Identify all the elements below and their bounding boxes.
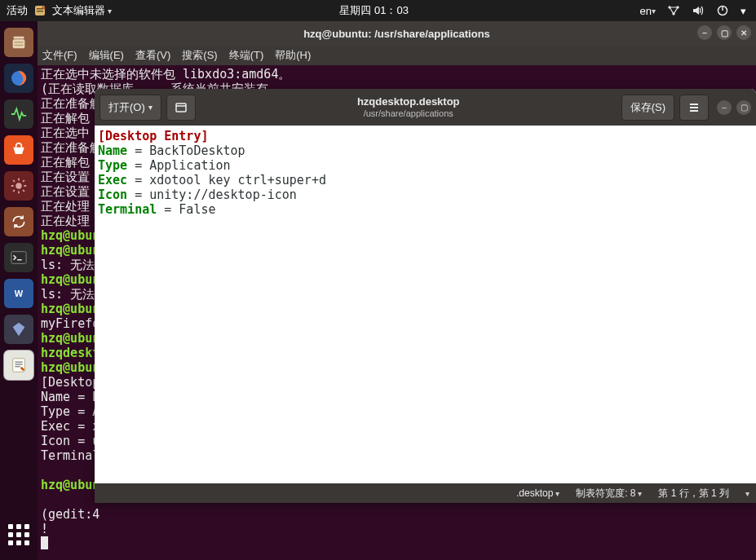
new-tab-icon[interactable] bbox=[166, 95, 196, 121]
svg-rect-9 bbox=[15, 42, 24, 42]
gedit-title: hzqdesktop.desktop /usr/share/applicatio… bbox=[201, 95, 617, 119]
dock-diamond[interactable] bbox=[4, 315, 33, 344]
menu-terminal[interactable]: 终端(T) bbox=[229, 48, 264, 63]
status-extra-dropdown[interactable] bbox=[745, 487, 749, 499]
menu-search[interactable]: 搜索(S) bbox=[182, 48, 217, 63]
status-tab-width[interactable]: 制表符宽度: 8 bbox=[576, 487, 642, 500]
open-button[interactable]: 打开(O) bbox=[99, 95, 161, 121]
maximize-button[interactable]: ▢ bbox=[717, 25, 732, 40]
dock-software[interactable] bbox=[4, 135, 33, 165]
volume-icon[interactable] bbox=[688, 4, 708, 17]
terminal-title-text: hzq@ubuntu: /usr/share/applications bbox=[303, 28, 490, 40]
svg-rect-8 bbox=[13, 39, 25, 48]
menu-view[interactable]: 查看(V) bbox=[135, 48, 170, 63]
menu-edit[interactable]: 编辑(E) bbox=[89, 48, 124, 63]
save-button[interactable]: 保存(S) bbox=[621, 95, 674, 121]
svg-rect-1 bbox=[37, 8, 43, 10]
svg-rect-17 bbox=[15, 361, 22, 362]
menu-file[interactable]: 文件(F) bbox=[42, 48, 77, 63]
top-panel: 活动 文本编辑器 星期四 01：03 en ▾ bbox=[0, 0, 756, 21]
app-menu-icon bbox=[33, 3, 47, 18]
status-language[interactable]: .desktop bbox=[516, 487, 559, 499]
svg-rect-2 bbox=[37, 11, 43, 12]
chevron-down-icon[interactable]: ▾ bbox=[737, 5, 749, 17]
close-button[interactable]: ✕ bbox=[736, 25, 751, 40]
dock: W bbox=[0, 21, 38, 560]
dock-firefox[interactable] bbox=[4, 64, 33, 93]
gedit-maximize-button[interactable]: ▢ bbox=[736, 100, 751, 115]
status-cursor: 第 1 行，第 1 列 bbox=[658, 487, 729, 500]
network-icon[interactable] bbox=[664, 4, 683, 17]
show-applications-button[interactable] bbox=[5, 521, 33, 549]
svg-point-12 bbox=[15, 183, 21, 188]
terminal-cursor bbox=[41, 536, 48, 549]
input-source-indicator[interactable]: en bbox=[637, 5, 659, 17]
menu-help[interactable]: 帮助(H) bbox=[275, 48, 311, 63]
svg-rect-13 bbox=[11, 252, 26, 264]
minimize-button[interactable]: – bbox=[697, 25, 712, 40]
clock[interactable]: 星期四 01：03 bbox=[339, 3, 409, 18]
activities-button[interactable]: 活动 bbox=[7, 3, 28, 18]
dock-word[interactable]: W bbox=[4, 279, 33, 308]
text-editor-window: 打开(O) hzqdesktop.desktop /usr/share/appl… bbox=[95, 89, 756, 503]
svg-rect-19 bbox=[15, 366, 20, 367]
terminal-menubar: 文件(F) 编辑(E) 查看(V) 搜索(S) 终端(T) 帮助(H) bbox=[38, 46, 756, 65]
svg-rect-20 bbox=[176, 104, 186, 112]
svg-rect-10 bbox=[15, 45, 24, 46]
dock-update[interactable] bbox=[4, 207, 33, 236]
app-menu-button[interactable]: 文本编辑器 bbox=[52, 3, 112, 18]
dock-text-editor[interactable] bbox=[4, 351, 33, 380]
dock-files[interactable] bbox=[4, 28, 33, 57]
dock-monitor[interactable] bbox=[4, 99, 33, 129]
dock-terminal[interactable] bbox=[4, 243, 33, 272]
dock-settings[interactable] bbox=[4, 171, 33, 201]
hamburger-menu-icon[interactable] bbox=[679, 95, 709, 121]
gedit-minimize-button[interactable]: – bbox=[717, 100, 732, 115]
svg-rect-7 bbox=[14, 37, 24, 39]
gedit-text-view[interactable]: [Desktop Entry] Name = BackToDesktop Typ… bbox=[95, 126, 756, 483]
power-icon[interactable] bbox=[713, 4, 732, 17]
terminal-titlebar[interactable]: hzq@ubuntu: /usr/share/applications – ▢ … bbox=[38, 21, 756, 46]
gedit-statusbar: .desktop 制表符宽度: 8 第 1 行，第 1 列 bbox=[95, 483, 756, 503]
svg-text:W: W bbox=[15, 289, 24, 298]
svg-rect-18 bbox=[15, 364, 22, 364]
gedit-headerbar[interactable]: 打开(O) hzqdesktop.desktop /usr/share/appl… bbox=[95, 89, 756, 126]
